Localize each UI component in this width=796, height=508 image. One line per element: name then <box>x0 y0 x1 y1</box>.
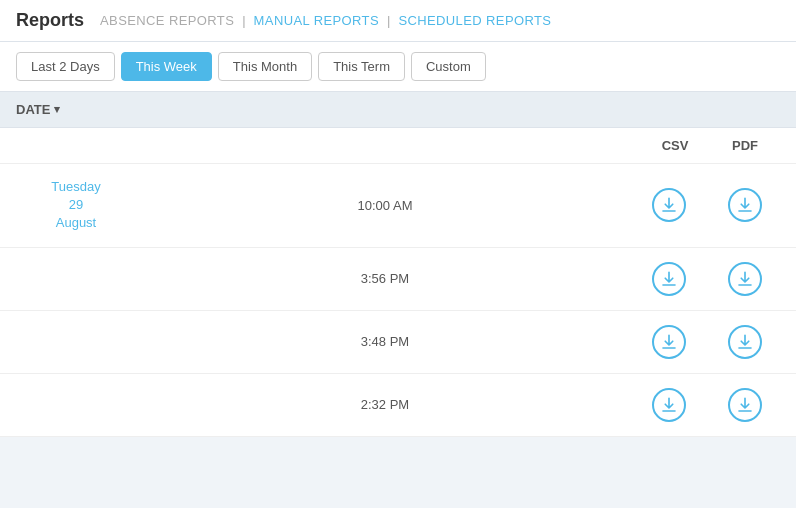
filter-thisweek[interactable]: This Week <box>121 52 212 81</box>
date-section-header[interactable]: DATE ▾ <box>0 92 796 128</box>
table-row: 3:56 PM <box>0 248 796 311</box>
filter-bar: Last 2 Days This Week This Month This Te… <box>0 42 796 92</box>
download-icon <box>736 196 754 214</box>
nav-separator-2: | <box>387 13 390 28</box>
row-time: 10:00 AM <box>136 198 634 213</box>
pdf-download-button[interactable] <box>728 262 762 296</box>
pdf-download-button[interactable] <box>728 188 762 222</box>
csv-download-button[interactable] <box>652 188 686 222</box>
filter-last2days[interactable]: Last 2 Days <box>16 52 115 81</box>
column-headers: CSV PDF <box>0 128 796 164</box>
csv-download-button[interactable] <box>652 325 686 359</box>
download-icon <box>736 333 754 351</box>
filter-thisterm[interactable]: This Term <box>318 52 405 81</box>
download-icon <box>736 270 754 288</box>
table-row: Tuesday29August 10:00 AM <box>0 164 796 248</box>
row-time: 3:48 PM <box>136 334 634 349</box>
row-actions <box>634 325 780 359</box>
row-actions <box>634 262 780 296</box>
download-icon <box>660 196 678 214</box>
header: Reports ABSENCE REPORTS | MANUAL REPORTS… <box>0 0 796 42</box>
row-actions <box>634 188 780 222</box>
col-csv-header: CSV <box>640 138 710 153</box>
filter-thismonth[interactable]: This Month <box>218 52 312 81</box>
nav-absence-reports[interactable]: ABSENCE REPORTS <box>100 13 234 28</box>
row-time: 2:32 PM <box>136 397 634 412</box>
nav-manual-reports[interactable]: MANUAL REPORTS <box>254 13 379 28</box>
table-row: 3:48 PM <box>0 311 796 374</box>
row-actions <box>634 388 780 422</box>
download-icon <box>660 270 678 288</box>
download-icon <box>660 396 678 414</box>
col-pdf-header: PDF <box>710 138 780 153</box>
pdf-download-button[interactable] <box>728 325 762 359</box>
table-area: CSV PDF Tuesday29August 10:00 AM 3:56 PM <box>0 128 796 437</box>
csv-download-button[interactable] <box>652 388 686 422</box>
table-row: 2:32 PM <box>0 374 796 437</box>
page-title: Reports <box>16 10 84 31</box>
nav-scheduled-reports[interactable]: SCHEDULED REPORTS <box>398 13 551 28</box>
csv-download-button[interactable] <box>652 262 686 296</box>
nav-links: ABSENCE REPORTS | MANUAL REPORTS | SCHED… <box>100 13 551 28</box>
row-date: Tuesday29August <box>16 178 136 233</box>
row-time: 3:56 PM <box>136 271 634 286</box>
pdf-download-button[interactable] <box>728 388 762 422</box>
date-section-label: DATE <box>16 102 50 117</box>
download-icon <box>660 333 678 351</box>
filter-custom[interactable]: Custom <box>411 52 486 81</box>
download-icon <box>736 396 754 414</box>
nav-separator-1: | <box>242 13 245 28</box>
chevron-down-icon: ▾ <box>54 103 60 116</box>
